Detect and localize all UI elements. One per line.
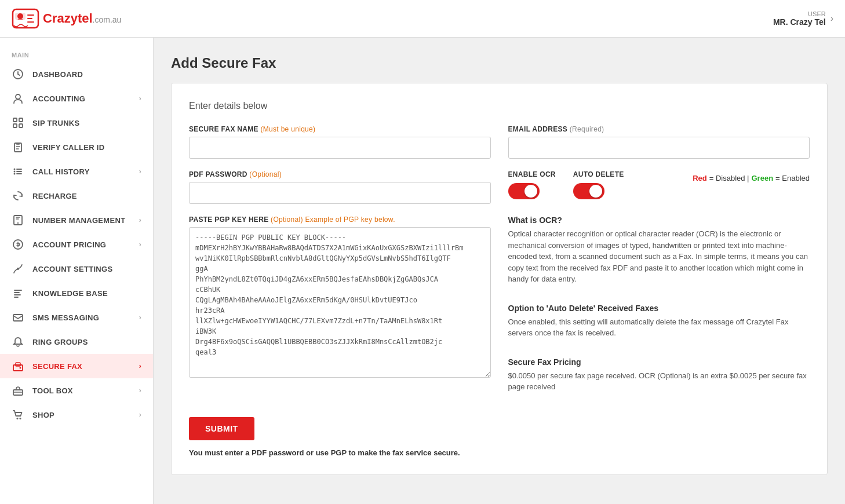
sidebar-item-verify-caller-id[interactable]: VERIFY CALLER ID <box>0 135 153 159</box>
email-address-input[interactable] <box>508 137 810 159</box>
sidebar-item-number-management[interactable]: NUMBER MANAGEMENT › <box>0 208 153 232</box>
main-content: Add Secure Fax Enter details below SECUR… <box>154 38 845 504</box>
secure-fax-name-label: SECURE FAX NAME (Must be unique) <box>189 125 491 133</box>
toolbox-icon <box>12 384 24 397</box>
sidebar-label-recharge: RECHARGE <box>32 192 77 200</box>
chevron-icon: › <box>139 167 141 176</box>
chevron-icon: › <box>139 94 141 103</box>
ocr-info-block: What is OCR? Optical character recogniti… <box>508 216 810 285</box>
svg-rect-8 <box>19 124 23 127</box>
logo: Crazytel.com.au <box>12 5 121 32</box>
clipboard-icon <box>12 141 24 154</box>
recharge-icon <box>12 189 24 202</box>
secure-fax-name-group: SECURE FAX NAME (Must be unique) <box>189 125 491 159</box>
sidebar-label-number-management: NUMBER MANAGEMENT <box>32 216 125 225</box>
clock-icon <box>12 68 24 81</box>
auto-delete-info-block: Option to 'Auto Delete' Received Faxes O… <box>508 304 810 339</box>
secure-fax-name-input[interactable] <box>189 137 491 159</box>
sidebar-item-knowledge-base[interactable]: KNOWLEDGE BASE <box>0 281 153 305</box>
sidebar-item-call-history[interactable]: CALL HISTORY › <box>0 159 153 184</box>
sidebar-item-sms-messaging[interactable]: SMS MESSAGING › <box>0 305 153 330</box>
auto-delete-info-description: Once enabled, this setting will automati… <box>508 316 810 339</box>
enable-ocr-group: ENABLE OCR <box>508 170 556 199</box>
sidebar-item-account-pricing[interactable]: ACCOUNT PRICING › <box>0 232 153 257</box>
chevron-icon: › <box>139 313 141 322</box>
bell-icon <box>12 335 24 348</box>
sidebar-label-call-history: CALL HISTORY <box>32 167 90 176</box>
sidebar-label-account-settings: ACCOUNT SETTINGS <box>32 265 112 273</box>
sidebar-item-secure-fax[interactable]: SECURE FAX › <box>0 354 153 378</box>
page-title: Add Secure Fax <box>171 55 828 71</box>
svg-point-20 <box>20 367 21 369</box>
list-icon <box>12 165 24 178</box>
right-panel-info: What is OCR? Optical character recogniti… <box>508 216 810 400</box>
email-address-group: EMAIL ADDRESS (Required) <box>508 125 810 159</box>
logo-icon <box>12 5 39 32</box>
pricing-info-description: $0.0050 per secure fax page received. OC… <box>508 370 810 393</box>
sidebar: MAIN DASHBOARD ACCOUNTING › SIP TRUNKS <box>0 38 154 504</box>
color-legend: Red = Disabled | Green = Enabled <box>693 170 810 182</box>
auto-delete-info-title: Option to 'Auto Delete' Received Faxes <box>508 304 810 313</box>
sidebar-item-ring-groups[interactable]: RING GROUPS <box>0 330 153 354</box>
svg-rect-19 <box>16 363 20 366</box>
chevron-icon: › <box>139 362 141 370</box>
svg-point-10 <box>14 169 16 170</box>
email-address-label: EMAIL ADDRESS (Required) <box>508 125 810 133</box>
svg-point-4 <box>16 94 20 99</box>
form-card: Enter details below SECURE FAX NAME (Mus… <box>171 83 828 475</box>
sidebar-item-recharge[interactable]: RECHARGE <box>0 184 153 208</box>
form-note: You must enter a PDF password or use PGP… <box>189 448 810 457</box>
sidebar-label-ring-groups: RING GROUPS <box>32 338 88 346</box>
dollar-icon <box>12 238 24 251</box>
mail-icon <box>12 311 24 324</box>
sidebar-item-dashboard[interactable]: DASHBOARD <box>0 62 153 86</box>
svg-point-14 <box>17 222 19 224</box>
toggle-row: ENABLE OCR AUTO DELETE <box>508 170 810 199</box>
sidebar-item-accounting[interactable]: ACCOUNTING › <box>0 86 153 111</box>
phone-icon <box>12 214 24 227</box>
user-label: USER <box>773 10 826 17</box>
app-layout: MAIN DASHBOARD ACCOUNTING › SIP TRUNKS <box>0 38 845 504</box>
sidebar-label-sms-messaging: SMS MESSAGING <box>32 313 99 322</box>
form-subtitle: Enter details below <box>189 101 810 111</box>
pgp-key-label: PASTE PGP KEY HERE (Optional) Example of… <box>189 216 491 224</box>
color-legend-eq2: = Enabled <box>775 174 810 182</box>
svg-point-23 <box>20 418 21 419</box>
ocr-info-description: Optical character recognition or optical… <box>508 228 810 285</box>
svg-rect-6 <box>19 118 23 122</box>
sidebar-item-sip-trunks[interactable]: SIP TRUNKS <box>0 111 153 135</box>
sidebar-label-shop: SHOP <box>32 411 54 419</box>
chevron-icon: › <box>139 216 141 224</box>
sidebar-label-verify-caller-id: VERIFY CALLER ID <box>32 143 104 152</box>
grid-icon <box>12 116 24 129</box>
sidebar-label-accounting: ACCOUNTING <box>32 94 85 103</box>
auto-delete-toggle[interactable] <box>573 183 604 199</box>
sidebar-item-account-settings[interactable]: ACCOUNT SETTINGS <box>0 257 153 281</box>
enable-ocr-toggle[interactable] <box>508 183 540 199</box>
form-row-1: SECURE FAX NAME (Must be unique) EMAIL A… <box>189 125 810 159</box>
sidebar-label-knowledge-base: KNOWLEDGE BASE <box>32 289 108 298</box>
submit-button[interactable]: SUBMIT <box>189 417 254 440</box>
pgp-key-textarea[interactable]: -----BEGIN PGP PUBLIC KEY BLOCK----- mDM… <box>189 227 491 378</box>
auto-delete-group: AUTO DELETE <box>573 170 624 199</box>
sidebar-item-tool-box[interactable]: TOOL BOX › <box>0 378 153 403</box>
sidebar-section-main: MAIN <box>0 43 153 62</box>
sidebar-label-secure-fax: SECURE FAX <box>32 362 82 371</box>
chevron-icon: › <box>139 386 141 395</box>
svg-point-12 <box>14 173 16 175</box>
fax-icon <box>12 360 24 372</box>
svg-point-16 <box>17 268 19 270</box>
lines-icon <box>12 287 24 300</box>
user-menu[interactable]: USER MR. Crazy Tel › <box>773 10 833 27</box>
pdf-password-input[interactable] <box>189 182 491 204</box>
pricing-info-block: Secure Fax Pricing $0.0050 per secure fa… <box>508 357 810 393</box>
auto-delete-label: AUTO DELETE <box>573 170 624 178</box>
svg-rect-5 <box>13 118 17 122</box>
form-row-3: PASTE PGP KEY HERE (Optional) Example of… <box>189 216 810 400</box>
sidebar-label-dashboard: DASHBOARD <box>32 70 83 79</box>
sidebar-item-shop[interactable]: SHOP › <box>0 403 153 427</box>
user-name: MR. Crazy Tel <box>773 17 826 27</box>
right-panel-toggles: ENABLE OCR AUTO DELETE <box>508 170 810 204</box>
pdf-password-group: PDF PASSWORD (Optional) <box>189 170 491 204</box>
pricing-info-title: Secure Fax Pricing <box>508 357 810 367</box>
